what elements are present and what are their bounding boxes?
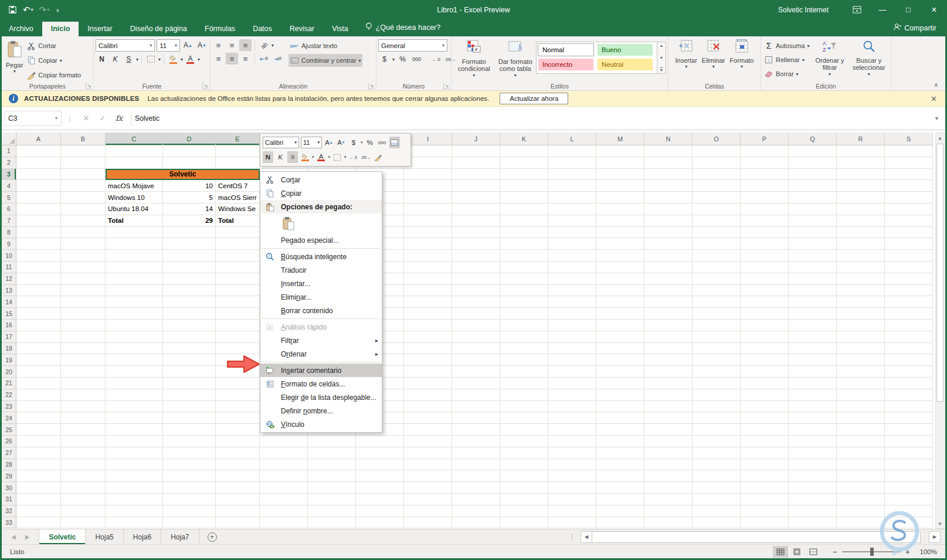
cell-O13[interactable]: [693, 285, 741, 297]
cell-B5[interactable]: [61, 192, 106, 203]
row-header-32[interactable]: 32: [2, 505, 16, 517]
cell-D18[interactable]: [163, 343, 216, 355]
normal-view-icon[interactable]: [773, 546, 788, 558]
cell-C2[interactable]: [106, 157, 163, 169]
increase-decimal-button[interactable]: ←.0: [430, 53, 442, 65]
cell-P32[interactable]: [741, 505, 789, 517]
cell-G29[interactable]: [308, 470, 356, 482]
row-header-7[interactable]: 7: [2, 215, 16, 227]
cell-P4[interactable]: [741, 180, 789, 192]
cell-N2[interactable]: [644, 157, 693, 169]
cell-C1[interactable]: [106, 145, 163, 157]
cell-N12[interactable]: [644, 273, 693, 285]
cell-P31[interactable]: [741, 494, 789, 505]
cell-P23[interactable]: [741, 401, 789, 413]
mini-font-color-button[interactable]: A: [316, 151, 327, 163]
percent-button[interactable]: %: [396, 53, 409, 65]
row-header-5[interactable]: 5: [2, 192, 16, 203]
cell-I6[interactable]: [404, 203, 452, 215]
cell-B4[interactable]: [61, 180, 106, 192]
cell-C21[interactable]: [106, 378, 163, 389]
cell-M14[interactable]: [596, 296, 644, 308]
column-header-N[interactable]: N: [644, 133, 693, 145]
cell-B24[interactable]: [61, 412, 106, 424]
align-left-button[interactable]: ≡: [212, 53, 225, 65]
cell-R26[interactable]: [837, 436, 885, 447]
cell-Q27[interactable]: [789, 447, 837, 459]
mini-font-name-combo[interactable]: Calibri▾: [263, 137, 299, 148]
signed-in-user[interactable]: Solvetic Internet: [778, 6, 829, 14]
cell-M10[interactable]: [596, 250, 644, 262]
row-header-19[interactable]: 19: [2, 354, 16, 366]
cell-A21[interactable]: [16, 378, 61, 389]
cell-L11[interactable]: [548, 262, 596, 273]
cell-N9[interactable]: [644, 238, 693, 250]
cell-M17[interactable]: [596, 331, 644, 343]
cut-button[interactable]: Cortar: [25, 39, 82, 52]
cell-C33[interactable]: [106, 517, 163, 529]
cell-E31[interactable]: [216, 494, 260, 505]
cell-S7[interactable]: [885, 215, 933, 227]
mini-currency-button[interactable]: $: [348, 137, 359, 148]
cell-A3[interactable]: [16, 169, 61, 181]
menu-item-definir-nombre[interactable]: Definir nombre...: [260, 404, 382, 418]
cell-J29[interactable]: [452, 470, 500, 482]
cell-J27[interactable]: [452, 447, 500, 459]
row-header-31[interactable]: 31: [2, 494, 16, 505]
cell-N17[interactable]: [644, 331, 693, 343]
cell-L16[interactable]: [548, 320, 596, 331]
cell-O31[interactable]: [693, 494, 741, 505]
menu-item-pegado-especial[interactable]: Pegado especial...: [260, 233, 382, 247]
cell-Q15[interactable]: [789, 308, 837, 320]
cell-R29[interactable]: [837, 470, 885, 482]
tab-revisar[interactable]: Revisar: [281, 22, 323, 36]
cell-J9[interactable]: [452, 238, 500, 250]
cell-G26[interactable]: [308, 436, 356, 447]
cell-K28[interactable]: [500, 459, 548, 471]
cell-M23[interactable]: [596, 401, 644, 413]
update-now-button[interactable]: Actualizar ahora: [500, 93, 568, 104]
cell-E7[interactable]: Total: [216, 215, 260, 227]
cell-J12[interactable]: [452, 273, 500, 285]
cell-A24[interactable]: [16, 412, 61, 424]
cell-J30[interactable]: [452, 482, 500, 494]
cell-M31[interactable]: [596, 494, 644, 505]
cell-F32[interactable]: [260, 505, 308, 517]
cell-D30[interactable]: [163, 482, 216, 494]
cell-D2[interactable]: [163, 157, 216, 169]
insert-function-icon[interactable]: fx: [111, 114, 127, 123]
cell-K25[interactable]: [500, 424, 548, 436]
cell-P1[interactable]: [741, 145, 789, 157]
cell-Q18[interactable]: [789, 343, 837, 355]
cell-B19[interactable]: [61, 354, 106, 366]
cell-R16[interactable]: [837, 320, 885, 331]
cell-C28[interactable]: [106, 459, 163, 471]
menu-item-opciones-de-pegado[interactable]: Opciones de pegado:: [260, 200, 382, 213]
cell-M9[interactable]: [596, 238, 644, 250]
cell-N32[interactable]: [644, 505, 693, 517]
cell-L13[interactable]: [548, 285, 596, 297]
cell-E27[interactable]: [216, 447, 260, 459]
font-name-combo[interactable]: Calibri▾: [96, 39, 155, 52]
cell-L3[interactable]: [548, 169, 596, 181]
cell-O24[interactable]: [693, 412, 741, 424]
cell-K8[interactable]: [500, 227, 548, 239]
tab-formulas[interactable]: Fórmulas: [196, 22, 244, 36]
column-header-M[interactable]: M: [596, 133, 644, 145]
cell-M20[interactable]: [596, 366, 644, 378]
cell-B15[interactable]: [61, 308, 106, 320]
cell-S23[interactable]: [885, 401, 933, 413]
column-header-D[interactable]: D: [163, 133, 216, 145]
cell-S5[interactable]: [885, 192, 933, 203]
cell-I22[interactable]: [404, 389, 452, 401]
cell-P3[interactable]: [741, 169, 789, 181]
cell-L10[interactable]: [548, 250, 596, 262]
cell-A15[interactable]: [16, 308, 61, 320]
cell-C22[interactable]: [106, 389, 163, 401]
cell-E6[interactable]: Windows Se: [216, 203, 260, 215]
cell-E13[interactable]: [216, 285, 260, 297]
cell-N30[interactable]: [644, 482, 693, 494]
cell-O28[interactable]: [693, 459, 741, 471]
cell-S11[interactable]: [885, 262, 933, 273]
cell-E28[interactable]: [216, 459, 260, 471]
